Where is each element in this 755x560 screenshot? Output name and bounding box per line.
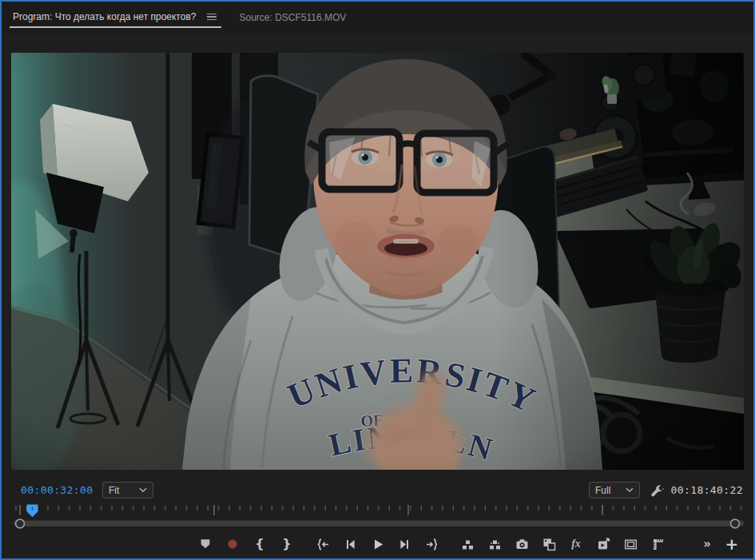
step-back-button[interactable] xyxy=(340,534,360,554)
wrench-icon xyxy=(650,484,664,498)
camera-icon xyxy=(515,538,529,551)
zoom-level-value: Fit xyxy=(109,485,119,496)
extract-button[interactable] xyxy=(485,534,504,554)
tab-bar: Program: Что делать когда нет проектов? … xyxy=(2,2,753,34)
marker-icon xyxy=(199,538,212,550)
export-button[interactable] xyxy=(594,534,613,554)
step-forward-icon xyxy=(398,538,411,551)
video-frame: UNIVERSITY OF LINCOLN xyxy=(11,53,744,470)
export-icon xyxy=(597,538,610,551)
chevron-down-icon xyxy=(139,487,147,493)
tab-program-label: Program: Что делать когда нет проектов? xyxy=(13,11,196,22)
extract-icon xyxy=(488,538,502,551)
playback-resolution-select[interactable]: Full xyxy=(589,482,640,498)
playback-resolution-value: Full xyxy=(595,485,610,496)
duration-timecode: 00:18:40:22 xyxy=(671,484,744,496)
mark-out-icon: } xyxy=(282,538,291,550)
show-rulers-button[interactable] xyxy=(648,534,667,554)
zoom-handle-left[interactable] xyxy=(16,519,25,528)
timeline-ruler[interactable] xyxy=(11,503,744,519)
record-button[interactable] xyxy=(223,534,242,554)
more-options-button[interactable]: » xyxy=(699,534,715,554)
chevron-down-icon xyxy=(626,487,634,493)
go-to-in-icon xyxy=(316,538,330,551)
fx-icon: fx xyxy=(571,538,581,550)
go-to-in-button[interactable] xyxy=(313,534,332,554)
panel-menu-icon[interactable] xyxy=(205,12,218,22)
tab-program[interactable]: Program: Что делать когда нет проектов? xyxy=(10,7,221,28)
comparison-view-icon xyxy=(542,538,556,551)
global-fx-mute-button[interactable]: fx xyxy=(566,534,586,554)
comparison-view-button[interactable] xyxy=(539,534,558,554)
go-to-out-icon xyxy=(425,538,439,551)
mark-in-icon: { xyxy=(255,538,264,550)
zoom-scrollbar[interactable] xyxy=(11,518,744,530)
button-editor-button[interactable]: + xyxy=(723,534,741,554)
mark-in-button[interactable]: { xyxy=(250,534,269,554)
record-icon xyxy=(226,538,239,550)
tab-source[interactable]: Source: DSCF5116.MOV xyxy=(236,7,349,28)
export-frame-button[interactable] xyxy=(512,534,531,554)
tab-source-label: Source: DSCF5116.MOV xyxy=(239,12,346,23)
zoom-level-select[interactable]: Fit xyxy=(102,482,153,498)
current-timecode[interactable]: 00:00:32:00 xyxy=(21,484,93,496)
safe-margins-button[interactable] xyxy=(621,534,640,554)
zoom-handle-right[interactable] xyxy=(731,519,740,528)
lift-button[interactable] xyxy=(458,534,477,554)
monitor-settings-button[interactable] xyxy=(649,483,665,498)
play-button[interactable] xyxy=(368,534,387,554)
step-forward-button[interactable] xyxy=(395,534,414,554)
program-monitor-panel: Program: Что делать когда нет проектов? … xyxy=(0,0,755,560)
chevron-double-right-icon: » xyxy=(703,538,711,550)
transport-controls: { } xyxy=(11,530,744,558)
go-to-out-button[interactable] xyxy=(422,534,441,554)
plus-icon: + xyxy=(725,536,739,552)
monitor-status-row: 00:00:32:00 Fit Full 00:18:40:22 xyxy=(11,482,744,501)
rulers-icon xyxy=(651,538,665,551)
add-marker-button[interactable] xyxy=(196,534,215,554)
step-back-icon xyxy=(344,538,357,551)
safe-margins-icon xyxy=(624,538,638,551)
play-icon xyxy=(371,538,384,551)
mark-out-button[interactable]: } xyxy=(277,534,296,554)
video-viewport[interactable]: UNIVERSITY OF LINCOLN xyxy=(11,53,744,470)
lift-icon xyxy=(461,538,475,551)
ruler-major-ticks xyxy=(11,503,744,519)
zoom-scrollbar-track[interactable] xyxy=(14,521,744,527)
